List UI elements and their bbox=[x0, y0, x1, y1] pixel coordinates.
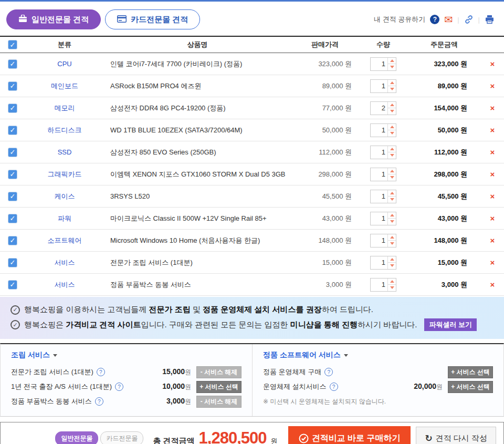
help-icon[interactable]: ? bbox=[324, 368, 333, 376]
qty-down-button[interactable] bbox=[388, 174, 396, 181]
quantity-input[interactable] bbox=[371, 234, 387, 247]
notice-line: ✓ 행복쇼핑은 가격비교 견적 사이트입니다. 구매와 관련된 모든 문의는 입… bbox=[10, 318, 504, 331]
share-label: 내 견적 공유하기 bbox=[374, 15, 425, 24]
summary-bar: 일반전문몰 카드전문몰 총 견적금액 1,280,500 원 견적비교 바로 구… bbox=[0, 422, 504, 444]
row-checkbox[interactable]: ✓ bbox=[8, 236, 17, 245]
tab-general-mall[interactable]: 일반전문몰 견적 bbox=[6, 9, 101, 29]
select-all-checkbox[interactable]: ✓ bbox=[8, 40, 17, 49]
qty-down-button[interactable] bbox=[388, 108, 396, 115]
service-item: 운영체제 설치서비스 ? 20,000원 + 서비스 선택 bbox=[263, 379, 493, 394]
qty-down-button[interactable] bbox=[388, 64, 396, 70]
qty-down-button[interactable] bbox=[388, 219, 396, 225]
quantity-input[interactable] bbox=[371, 190, 387, 203]
qty-down-button[interactable] bbox=[388, 152, 396, 159]
share-help-icon[interactable]: ? bbox=[430, 15, 439, 24]
service-remove-button[interactable]: - 서비스 해제 bbox=[196, 366, 242, 378]
service-select-button[interactable]: + 서비스 선택 bbox=[196, 381, 242, 393]
row-category: 하드디스크 bbox=[25, 126, 104, 135]
mail-icon[interactable]: ✉ bbox=[444, 15, 453, 25]
qty-up-button[interactable] bbox=[388, 256, 396, 263]
qty-up-button[interactable] bbox=[388, 146, 396, 153]
quantity-input[interactable] bbox=[371, 80, 387, 92]
row-price: 15,000 원 bbox=[291, 258, 359, 267]
row-delete-icon[interactable]: × bbox=[481, 280, 504, 289]
qty-up-button[interactable] bbox=[388, 212, 396, 219]
total-value: 1,280,500 bbox=[199, 429, 267, 444]
service-select-button[interactable]: + 서비스 선택 bbox=[448, 366, 493, 378]
row-delete-icon[interactable]: × bbox=[481, 258, 504, 267]
rewrite-quote-button[interactable]: ↻ 견적 다시 작성 bbox=[416, 427, 496, 444]
row-checkbox[interactable]: ✓ bbox=[8, 104, 17, 113]
badge-general-mall[interactable]: 일반전문몰 bbox=[55, 431, 98, 444]
row-delete-icon[interactable]: × bbox=[481, 214, 504, 223]
row-delete-icon[interactable]: × bbox=[481, 170, 504, 179]
row-price: 89,000 원 bbox=[291, 81, 359, 91]
row-total: 89,000 원 bbox=[407, 81, 481, 91]
buy-now-button[interactable]: 견적비교 바로 구매하기 bbox=[288, 426, 411, 444]
tab-card-mall[interactable]: 카드전문몰 견적 bbox=[105, 9, 200, 29]
row-product: Microsoft Windows 10 Home (처음사용자용 한글) bbox=[104, 236, 291, 245]
row-checkbox[interactable]: ✓ bbox=[8, 81, 17, 91]
row-price: 50,000 원 bbox=[291, 126, 359, 135]
row-checkbox[interactable]: ✓ bbox=[8, 126, 17, 135]
help-icon[interactable]: ? bbox=[95, 397, 103, 406]
quantity-stepper bbox=[370, 146, 396, 159]
software-service-panel: 정품 소프트웨어 서비스 정품 운영체제 구매 ? + 서비스 선택 운영체제 … bbox=[252, 344, 503, 416]
row-delete-icon[interactable]: × bbox=[481, 126, 504, 135]
row-checkbox[interactable]: ✓ bbox=[8, 280, 17, 290]
row-delete-icon[interactable]: × bbox=[481, 236, 504, 245]
help-icon[interactable]: ? bbox=[97, 368, 105, 376]
quantity-input[interactable] bbox=[371, 212, 387, 225]
quantity-input[interactable] bbox=[371, 124, 387, 137]
quantity-input[interactable] bbox=[371, 102, 387, 115]
qty-up-button[interactable] bbox=[388, 58, 396, 65]
quantity-input[interactable] bbox=[371, 256, 387, 269]
print-icon[interactable] bbox=[485, 15, 495, 24]
row-checkbox[interactable]: ✓ bbox=[8, 170, 17, 179]
qty-down-button[interactable] bbox=[388, 285, 396, 291]
qty-up-button[interactable] bbox=[388, 234, 396, 241]
row-delete-icon[interactable]: × bbox=[481, 59, 504, 68]
quantity-input[interactable] bbox=[371, 146, 387, 159]
row-product: 3RSYS L520 bbox=[104, 192, 291, 200]
row-checkbox[interactable]: ✓ bbox=[8, 214, 17, 223]
service-section: 조립 서비스 전문가 조립 서비스 (1대분) ? 15,000원 - 서비스 … bbox=[0, 343, 504, 417]
badge-card-mall[interactable]: 카드전문몰 bbox=[100, 431, 143, 444]
qty-down-button[interactable] bbox=[388, 241, 396, 247]
qty-up-button[interactable] bbox=[388, 124, 396, 131]
quantity-stepper bbox=[370, 168, 396, 181]
qty-down-button[interactable] bbox=[388, 197, 396, 203]
row-product: 마이크로닉스 Classic II 500W +12V Single Rail … bbox=[104, 214, 291, 223]
link-icon[interactable] bbox=[464, 15, 474, 24]
row-delete-icon[interactable]: × bbox=[481, 192, 504, 201]
quantity-stepper bbox=[370, 278, 396, 292]
qty-up-button[interactable] bbox=[388, 190, 396, 197]
help-icon[interactable]: ? bbox=[330, 383, 338, 391]
qty-down-button[interactable] bbox=[388, 263, 396, 269]
qty-down-button[interactable] bbox=[388, 86, 396, 92]
help-icon[interactable]: ? bbox=[115, 383, 123, 391]
table-row: ✓ SSD 삼성전자 850 EVO Series (250GB) 112,00… bbox=[0, 141, 504, 163]
quantity-input[interactable] bbox=[371, 278, 387, 291]
row-checkbox[interactable]: ✓ bbox=[8, 148, 17, 157]
row-delete-icon[interactable]: × bbox=[481, 81, 504, 90]
power-seller-button[interactable]: 파워셀러 보기 bbox=[424, 318, 477, 331]
row-delete-icon[interactable]: × bbox=[481, 104, 504, 112]
qty-down-button[interactable] bbox=[388, 130, 396, 137]
quantity-input[interactable] bbox=[371, 168, 387, 181]
row-checkbox[interactable]: ✓ bbox=[8, 192, 17, 201]
qty-up-button[interactable] bbox=[388, 278, 396, 285]
row-total: 148,000 원 bbox=[407, 236, 481, 245]
quantity-stepper bbox=[370, 256, 396, 270]
row-total: 50,000 원 bbox=[407, 126, 481, 135]
row-checkbox[interactable]: ✓ bbox=[8, 258, 17, 267]
qty-up-button[interactable] bbox=[388, 168, 396, 175]
row-checkbox[interactable]: ✓ bbox=[8, 59, 17, 69]
qty-up-button[interactable] bbox=[388, 102, 396, 109]
service-select-button[interactable]: + 서비스 선택 bbox=[448, 381, 493, 393]
service-remove-button[interactable]: - 서비스 해제 bbox=[196, 396, 242, 408]
qty-up-button[interactable] bbox=[388, 80, 396, 87]
row-category: CPU bbox=[25, 60, 104, 68]
row-delete-icon[interactable]: × bbox=[481, 148, 504, 157]
quantity-input[interactable] bbox=[371, 58, 387, 70]
